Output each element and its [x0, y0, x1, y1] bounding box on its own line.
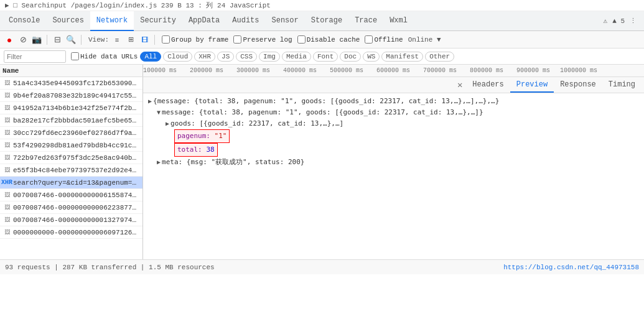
filter-tag-manifest[interactable]: Manifest	[381, 52, 423, 62]
selected-request-row[interactable]: XHR search?query=&cid=13&pagenum=1&pages…	[0, 177, 142, 189]
filter-tag-other[interactable]: Other	[425, 52, 454, 62]
request-row[interactable]: 🖼 0070087466-00000000000132797488_1_400x…	[0, 214, 142, 226]
tree-goods-toggle[interactable]: ▶	[166, 118, 169, 129]
tick-900000: 900000 ms	[516, 67, 550, 74]
img-icon: 🖼	[2, 154, 11, 162]
filter-tags-group: All Cloud XHR JS CSS Img Media Font Doc …	[140, 52, 454, 62]
detail-content: ▶ {message: {total: 38, pagenum: "1", go…	[143, 93, 644, 259]
timeline-header: Name 100000 ms 200000 ms 300000 ms 40000…	[0, 65, 644, 77]
request-row[interactable]: 🖼 0070087466-00000000000615587442_2_400x…	[0, 189, 142, 201]
tree-goods-label: goods: [{goods_id: 22317, cat_id: 13,…},…	[170, 118, 343, 129]
preserve-log-checkbox[interactable]	[233, 35, 241, 44]
view-list-button[interactable]: ≡	[111, 34, 123, 45]
tab-network[interactable]: Network	[90, 11, 134, 31]
filter-tag-doc[interactable]: Doc	[340, 52, 361, 62]
more-icon[interactable]: ⋮	[630, 17, 637, 25]
detail-tab-timing[interactable]: Timing	[602, 78, 642, 93]
group-by-frame-group: Group by frame	[162, 35, 228, 44]
status-url: https://blog.csdn.net/qq_44973158	[503, 264, 639, 271]
tree-message-toggle[interactable]: ▼	[157, 107, 161, 118]
warning-icon: ⚠	[604, 17, 608, 25]
tab-wxml[interactable]: Wxml	[383, 11, 414, 31]
tree-message-row[interactable]: ▼ message: {total: 38, pagenum: "1", goo…	[148, 107, 639, 118]
offline-label[interactable]: Offline	[374, 36, 403, 44]
filter-tag-media[interactable]: Media	[282, 52, 311, 62]
hide-data-urls-group: Hide data URLs	[71, 52, 138, 60]
filter-tag-xhr[interactable]: XHR	[194, 52, 215, 62]
img-icon: 🖼	[2, 104, 11, 113]
view-waterfall-button[interactable]: ⊞	[125, 34, 136, 45]
view-label: View:	[88, 36, 109, 44]
request-row[interactable]: 🖼 ba282e17cf2bbbdac501aefc5be65d180bcd62…	[0, 114, 142, 127]
online-label[interactable]: Online ▼	[408, 36, 441, 44]
breadcrumb-text: ▶ □ Searchinput /pages/login/index.js 23…	[5, 1, 271, 10]
filter-input[interactable]	[4, 50, 66, 63]
filter-tag-js[interactable]: JS	[217, 52, 234, 62]
request-row[interactable]: 🖼 722b97ed263f975f3dc25e8ac940b4c79cd449…	[0, 152, 142, 164]
tree-root-label: {message: {total: 38, pagenum: "1", good…	[153, 96, 499, 107]
tab-bar-right: ⚠ ▲ 5 ⋮	[604, 17, 642, 25]
filter-tag-img[interactable]: Img	[259, 52, 280, 62]
camera-button[interactable]: 📷	[31, 34, 42, 45]
tree-meta-row[interactable]: ▶ meta: {msg: "获取成功", status: 200}	[148, 157, 639, 168]
request-row[interactable]: 🖼 30cc729fd6ec23960ef02786d7f9ad3e6527a3…	[0, 127, 142, 139]
hide-data-urls-label[interactable]: Hide data URLs	[80, 53, 138, 60]
status-bar: 93 requests | 287 KB transferred | 1.5 M…	[0, 259, 644, 274]
offline-group: Offline	[365, 35, 403, 44]
tree-total-key: total:	[177, 146, 202, 154]
request-list: 🖼 51a4c3435e9445093fc172b65309089e6f8b22…	[0, 77, 143, 259]
tree-root-row[interactable]: ▶ {message: {total: 38, pagenum: "1", go…	[148, 96, 639, 107]
hide-data-urls-checkbox[interactable]	[71, 52, 79, 60]
request-row[interactable]: 🖼 0070087466-00000000000622387769_1_400x…	[0, 201, 142, 214]
tree-meta-toggle[interactable]: ▶	[157, 157, 161, 168]
filter-tag-ws[interactable]: WS	[363, 52, 380, 62]
detail-tab-preview[interactable]: Preview	[510, 78, 554, 93]
filter-tag-css[interactable]: CSS	[236, 52, 257, 62]
disable-cache-label[interactable]: Disable cache	[307, 36, 360, 44]
request-row[interactable]: 🖼 53f4290298db81aed79bd8b4cc91c019da49eb…	[0, 139, 142, 152]
offline-checkbox[interactable]	[365, 35, 373, 44]
group-by-frame-label[interactable]: Group by frame	[171, 36, 228, 44]
detail-tab-headers[interactable]: Headers	[466, 78, 510, 93]
tab-sensor[interactable]: Sensor	[266, 11, 305, 31]
img-icon: 🖼	[2, 116, 11, 125]
tab-trace[interactable]: Trace	[348, 11, 383, 31]
tab-sources[interactable]: Sources	[46, 11, 90, 31]
tick-300000: 300000 ms	[236, 67, 270, 74]
disable-cache-checkbox[interactable]	[297, 35, 306, 44]
tab-audits[interactable]: Audits	[226, 11, 265, 31]
filter-tag-font[interactable]: Font	[313, 52, 338, 62]
filter-button[interactable]: ⊟	[52, 34, 63, 45]
view-screenshot-button[interactable]: 🎞	[139, 34, 150, 45]
tab-security[interactable]: Security	[134, 11, 182, 31]
tick-1000000: 1000000 ms	[560, 67, 597, 74]
search-button[interactable]: 🔍	[65, 34, 77, 45]
warning-count: ▲ 5	[612, 17, 625, 25]
detail-close-button[interactable]: ✕	[454, 80, 466, 90]
right-panel: ✕ Headers Preview Response Timing ▶ {mes…	[143, 77, 644, 259]
request-row[interactable]: 🖼 9b4ef20a87083e32b189c49417c55d1e6d297c…	[0, 90, 142, 102]
tick-200000: 200000 ms	[190, 67, 223, 74]
request-row[interactable]: 🖼 51a4c3435e9445093fc172b65309089e6f8b22…	[0, 77, 142, 90]
tick-700000: 700000 ms	[423, 67, 457, 74]
group-by-frame-checkbox[interactable]	[162, 35, 170, 44]
filter-tag-cloud[interactable]: Cloud	[163, 52, 192, 62]
record-button[interactable]: ●	[4, 34, 15, 45]
tab-appdata[interactable]: AppData	[182, 11, 226, 31]
preserve-log-label[interactable]: Preserve log	[243, 36, 292, 44]
tree-total-value: 38	[206, 146, 214, 154]
request-row[interactable]: 🖼 941952a7134b6b1e342f25e774f2b926ce35f6…	[0, 102, 142, 114]
detail-tab-response[interactable]: Response	[554, 78, 602, 93]
tree-goods-row[interactable]: ▶ goods: [{goods_id: 22317, cat_id: 13,……	[148, 118, 639, 129]
tab-console[interactable]: Console	[2, 11, 46, 31]
filter-tag-all[interactable]: All	[140, 52, 161, 62]
request-row[interactable]: 🖼 e55f3b4c84ebe797397537e2d92e4fd31482d3…	[0, 164, 142, 177]
stop-button[interactable]: ⊘	[17, 34, 29, 45]
request-row[interactable]: 🖼 0000000000-00000000000609712632_1_400x…	[0, 226, 142, 239]
status-info: 93 requests | 287 KB transferred | 1.5 M…	[5, 264, 215, 271]
tab-storage[interactable]: Storage	[305, 11, 348, 31]
tree-root-toggle[interactable]: ▶	[148, 96, 152, 107]
tick-100000: 100000 ms	[143, 67, 177, 74]
disable-cache-group: Disable cache	[297, 35, 360, 44]
img-icon: 🖼	[2, 129, 11, 137]
